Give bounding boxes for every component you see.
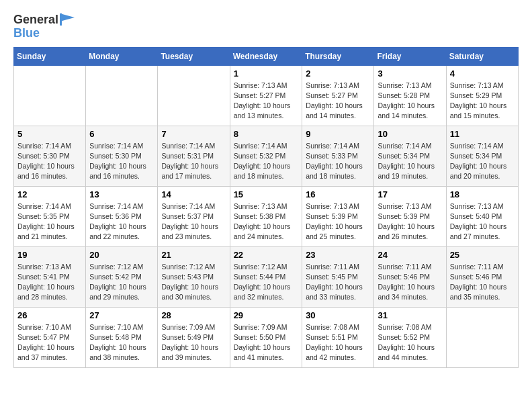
calendar-cell: 18Sunrise: 7:13 AM Sunset: 5:40 PM Dayli… [446,186,518,246]
day-info: Sunrise: 7:14 AM Sunset: 5:36 PM Dayligh… [89,201,154,242]
calendar-cell: 10Sunrise: 7:14 AM Sunset: 5:34 PM Dayli… [374,126,446,186]
day-number: 25 [450,250,515,260]
day-info: Sunrise: 7:14 AM Sunset: 5:37 PM Dayligh… [161,201,226,242]
day-number: 19 [17,250,82,260]
column-header-thursday: Thursday [302,47,374,65]
day-info: Sunrise: 7:13 AM Sunset: 5:28 PM Dayligh… [378,81,442,122]
column-header-monday: Monday [86,47,158,65]
day-info: Sunrise: 7:14 AM Sunset: 5:30 PM Dayligh… [17,141,82,182]
calendar-cell [446,307,518,367]
calendar-cell: 19Sunrise: 7:13 AM Sunset: 5:41 PM Dayli… [14,246,86,307]
calendar-cell: 5Sunrise: 7:14 AM Sunset: 5:30 PM Daylig… [14,126,86,186]
calendar-cell: 28Sunrise: 7:09 AM Sunset: 5:49 PM Dayli… [158,307,230,367]
calendar-cell: 17Sunrise: 7:13 AM Sunset: 5:39 PM Dayli… [374,186,446,246]
day-number: 26 [17,310,82,320]
day-number: 21 [161,250,226,260]
day-number: 2 [306,68,370,79]
day-info: Sunrise: 7:13 AM Sunset: 5:40 PM Dayligh… [450,201,515,242]
calendar-cell: 31Sunrise: 7:08 AM Sunset: 5:52 PM Dayli… [374,307,446,367]
day-info: Sunrise: 7:13 AM Sunset: 5:41 PM Dayligh… [17,262,82,303]
calendar-cell: 30Sunrise: 7:08 AM Sunset: 5:51 PM Dayli… [302,307,374,367]
calendar-week-row: 12Sunrise: 7:14 AM Sunset: 5:35 PM Dayli… [14,186,519,246]
calendar-week-row: 5Sunrise: 7:14 AM Sunset: 5:30 PM Daylig… [14,126,519,186]
day-number: 18 [450,189,515,199]
day-number: 14 [161,189,226,199]
logo-flag-icon [60,13,75,26]
day-number: 4 [450,68,515,79]
calendar-cell: 3Sunrise: 7:13 AM Sunset: 5:28 PM Daylig… [374,65,446,126]
calendar-cell: 16Sunrise: 7:13 AM Sunset: 5:39 PM Dayli… [302,186,374,246]
day-number: 17 [378,189,442,199]
day-number: 11 [450,129,515,139]
calendar-cell: 24Sunrise: 7:11 AM Sunset: 5:46 PM Dayli… [374,246,446,307]
calendar-header-row: SundayMondayTuesdayWednesdayThursdayFrid… [14,47,519,65]
calendar-cell: 20Sunrise: 7:12 AM Sunset: 5:42 PM Dayli… [86,246,158,307]
svg-marker-0 [60,13,75,21]
day-info: Sunrise: 7:13 AM Sunset: 5:29 PM Dayligh… [450,81,515,122]
logo-text-general: General [13,13,58,27]
day-info: Sunrise: 7:11 AM Sunset: 5:46 PM Dayligh… [378,262,442,303]
calendar-cell: 4Sunrise: 7:13 AM Sunset: 5:29 PM Daylig… [446,65,518,126]
calendar-cell: 14Sunrise: 7:14 AM Sunset: 5:37 PM Dayli… [158,186,230,246]
day-info: Sunrise: 7:14 AM Sunset: 5:34 PM Dayligh… [378,141,442,182]
day-info: Sunrise: 7:09 AM Sunset: 5:49 PM Dayligh… [161,322,226,363]
day-info: Sunrise: 7:13 AM Sunset: 5:38 PM Dayligh… [234,201,299,242]
day-info: Sunrise: 7:11 AM Sunset: 5:46 PM Dayligh… [450,262,515,303]
logo-text-blue: Blue [13,26,40,40]
day-info: Sunrise: 7:14 AM Sunset: 5:35 PM Dayligh… [17,201,82,242]
calendar-table: SundayMondayTuesdayWednesdayThursdayFrid… [13,47,519,368]
column-header-tuesday: Tuesday [158,47,230,65]
calendar-cell: 22Sunrise: 7:12 AM Sunset: 5:44 PM Dayli… [230,246,302,307]
day-number: 31 [378,310,442,320]
calendar-cell [14,65,86,126]
calendar-week-row: 19Sunrise: 7:13 AM Sunset: 5:41 PM Dayli… [14,246,519,307]
day-info: Sunrise: 7:14 AM Sunset: 5:33 PM Dayligh… [306,141,370,182]
day-number: 13 [89,189,154,199]
day-number: 30 [306,310,370,320]
calendar-cell: 26Sunrise: 7:10 AM Sunset: 5:47 PM Dayli… [14,307,86,367]
day-info: Sunrise: 7:14 AM Sunset: 5:30 PM Dayligh… [89,141,154,182]
calendar-cell: 7Sunrise: 7:14 AM Sunset: 5:31 PM Daylig… [158,126,230,186]
calendar-cell: 1Sunrise: 7:13 AM Sunset: 5:27 PM Daylig… [230,65,302,126]
day-info: Sunrise: 7:09 AM Sunset: 5:50 PM Dayligh… [234,322,299,363]
day-info: Sunrise: 7:13 AM Sunset: 5:39 PM Dayligh… [378,201,442,242]
calendar-cell: 9Sunrise: 7:14 AM Sunset: 5:33 PM Daylig… [302,126,374,186]
day-info: Sunrise: 7:14 AM Sunset: 5:31 PM Dayligh… [161,141,226,182]
calendar-week-row: 26Sunrise: 7:10 AM Sunset: 5:47 PM Dayli… [14,307,519,367]
column-header-wednesday: Wednesday [230,47,302,65]
day-info: Sunrise: 7:12 AM Sunset: 5:43 PM Dayligh… [161,262,226,303]
column-header-sunday: Sunday [14,47,86,65]
calendar-cell: 13Sunrise: 7:14 AM Sunset: 5:36 PM Dayli… [86,186,158,246]
day-info: Sunrise: 7:10 AM Sunset: 5:48 PM Dayligh… [89,322,154,363]
day-number: 16 [306,189,370,199]
day-info: Sunrise: 7:13 AM Sunset: 5:39 PM Dayligh… [306,201,370,242]
day-number: 5 [17,129,82,139]
calendar-cell: 29Sunrise: 7:09 AM Sunset: 5:50 PM Dayli… [230,307,302,367]
day-info: Sunrise: 7:11 AM Sunset: 5:45 PM Dayligh… [306,262,370,303]
page-header: General Blue [13,13,519,40]
calendar-cell: 8Sunrise: 7:14 AM Sunset: 5:32 PM Daylig… [230,126,302,186]
calendar-cell [86,65,158,126]
day-number: 27 [89,310,154,320]
day-info: Sunrise: 7:12 AM Sunset: 5:44 PM Dayligh… [234,262,299,303]
day-number: 6 [89,129,154,139]
day-number: 7 [161,129,226,139]
calendar-cell: 11Sunrise: 7:14 AM Sunset: 5:34 PM Dayli… [446,126,518,186]
day-info: Sunrise: 7:08 AM Sunset: 5:51 PM Dayligh… [306,322,370,363]
day-info: Sunrise: 7:13 AM Sunset: 5:27 PM Dayligh… [234,81,299,122]
calendar-cell: 25Sunrise: 7:11 AM Sunset: 5:46 PM Dayli… [446,246,518,307]
day-info: Sunrise: 7:08 AM Sunset: 5:52 PM Dayligh… [378,322,442,363]
day-number: 15 [234,189,299,199]
day-number: 29 [234,310,299,320]
day-number: 28 [161,310,226,320]
calendar-cell: 6Sunrise: 7:14 AM Sunset: 5:30 PM Daylig… [86,126,158,186]
day-number: 23 [306,250,370,260]
day-info: Sunrise: 7:13 AM Sunset: 5:27 PM Dayligh… [306,81,370,122]
day-number: 10 [378,129,442,139]
day-number: 1 [234,68,299,79]
day-info: Sunrise: 7:14 AM Sunset: 5:32 PM Dayligh… [234,141,299,182]
day-number: 12 [17,189,82,199]
calendar-cell: 27Sunrise: 7:10 AM Sunset: 5:48 PM Dayli… [86,307,158,367]
day-info: Sunrise: 7:10 AM Sunset: 5:47 PM Dayligh… [17,322,82,363]
logo: General Blue [13,13,75,40]
